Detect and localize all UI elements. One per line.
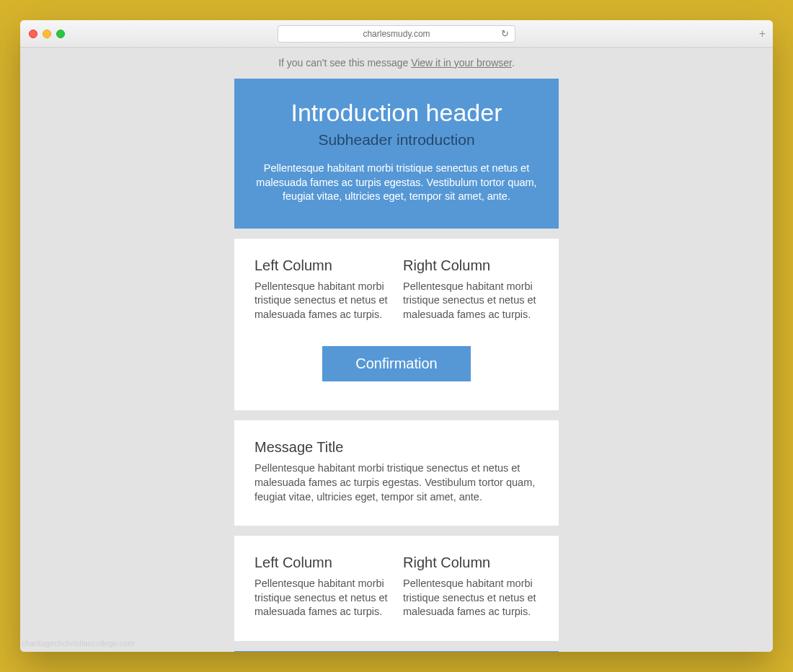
right-column-1-body: Pellentesque habitant morbi tristique se… — [403, 280, 539, 322]
hero-body-text: Pellentesque habitant morbi tristique se… — [256, 162, 537, 204]
left-column-2-body: Pellentesque habitant morbi tristique se… — [254, 577, 390, 619]
hero-title: Introduction header — [256, 99, 537, 127]
hero-subheader: Subheader introduction — [256, 131, 537, 149]
columns-block-2: Left Column Pellentesque habitant morbi … — [234, 536, 559, 641]
right-column-1: Right Column Pellentesque habitant morbi… — [403, 257, 539, 322]
columns-block-1: Left Column Pellentesque habitant morbi … — [234, 239, 559, 411]
preheader-before: If you can't see this message — [278, 57, 411, 68]
preheader-after: . — [512, 57, 515, 68]
icon-block — [234, 651, 559, 652]
close-window-button[interactable] — [29, 30, 37, 38]
email-body: Introduction header Subheader introducti… — [234, 79, 559, 652]
url-bar[interactable]: charlesmudy.com ↻ — [278, 25, 515, 43]
left-column-2-title: Left Column — [254, 554, 390, 571]
hero-section: Introduction header Subheader introducti… — [234, 79, 559, 229]
message-block: Message Title Pellentesque habitant morb… — [234, 420, 559, 526]
left-column-1-body: Pellentesque habitant morbi tristique se… — [254, 280, 390, 322]
url-text: charlesmudy.com — [363, 29, 430, 39]
confirmation-button[interactable]: Confirmation — [322, 346, 470, 381]
refresh-icon[interactable]: ↻ — [501, 28, 509, 39]
right-column-2: Right Column Pellentesque habitant morbi… — [403, 554, 539, 619]
minimize-window-button[interactable] — [43, 30, 51, 38]
right-column-2-title: Right Column — [403, 554, 539, 571]
browser-chrome: charlesmudy.com ↻ + — [20, 20, 773, 48]
message-title: Message Title — [254, 439, 539, 456]
right-column-2-body: Pellentesque habitant morbi tristique se… — [403, 577, 539, 619]
traffic-lights — [20, 30, 65, 38]
message-body: Pellentesque habitant morbi tristique se… — [254, 461, 539, 504]
maximize-window-button[interactable] — [56, 30, 65, 38]
preheader: If you can't see this message View it in… — [20, 48, 773, 79]
view-in-browser-link[interactable]: View it in your browser — [411, 57, 512, 68]
browser-window: charlesmudy.com ↻ + If you can't see thi… — [20, 20, 773, 652]
left-column-1: Left Column Pellentesque habitant morbi … — [254, 257, 390, 322]
left-column-1-title: Left Column — [254, 257, 390, 274]
new-tab-button[interactable]: + — [759, 27, 766, 40]
right-column-1-title: Right Column — [403, 257, 539, 274]
watermark-text: charitagechchristiancollege.com — [22, 639, 135, 647]
browser-content: If you can't see this message View it in… — [20, 48, 773, 652]
left-column-2: Left Column Pellentesque habitant morbi … — [254, 554, 390, 619]
